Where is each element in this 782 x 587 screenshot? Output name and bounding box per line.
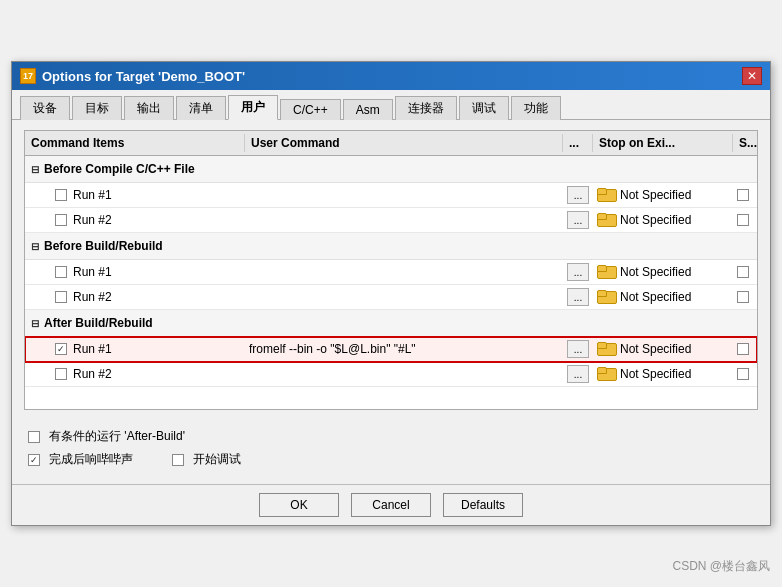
row-before-compile-run1-label: Run #1: [25, 184, 245, 206]
tab-qingdan[interactable]: 清单: [176, 96, 226, 120]
before-build-run1-checkbox[interactable]: [55, 266, 67, 278]
col-ellipsis: ...: [563, 134, 593, 152]
ok-button[interactable]: OK: [259, 493, 339, 517]
folder-icon: [597, 265, 615, 279]
after-build-run1-notspecified: Not Specified: [593, 338, 733, 360]
table-row: Run #2 ... Not Specified: [25, 285, 757, 310]
after-build-run1-checkbox[interactable]: [55, 343, 67, 355]
debug-label: 开始调试: [193, 451, 241, 468]
before-build-run2-command[interactable]: [245, 286, 563, 308]
collapse-icon: ⊟: [31, 318, 39, 329]
after-build-run1-command[interactable]: fromelf --bin -o "$L@L.bin" "#L": [245, 338, 563, 360]
before-compile-run2-ellipsis: ...: [563, 209, 593, 231]
before-build-run1-ellipsis: ...: [563, 261, 593, 283]
bottom-options: 有条件的运行 'After-Build' 完成后响哔哔声 开始调试: [24, 422, 758, 474]
after-build-run2-command[interactable]: [245, 363, 563, 385]
table-header: Command Items User Command ... Stop on E…: [25, 131, 757, 156]
cancel-button[interactable]: Cancel: [351, 493, 431, 517]
before-compile-run2-checkbox[interactable]: [55, 214, 67, 226]
tab-shebei[interactable]: 设备: [20, 96, 70, 120]
col-user-command: User Command: [245, 134, 563, 152]
after-build-run2-s-checkbox[interactable]: [737, 368, 749, 380]
folder-icon: [597, 367, 615, 381]
before-compile-run1-notspecified: Not Specified: [593, 184, 733, 206]
before-compile-run2-command[interactable]: [245, 209, 563, 231]
tab-tiaoshi[interactable]: 调试: [459, 96, 509, 120]
before-compile-run1-ellipsis: ...: [563, 184, 593, 206]
after-build-run1-s-checkbox[interactable]: [737, 343, 749, 355]
conditional-run-row: 有条件的运行 'After-Build': [28, 428, 754, 445]
before-build-run1-s-checkbox[interactable]: [737, 266, 749, 278]
collapse-icon: ⊟: [31, 241, 39, 252]
section-before-compile-label: ⊟ Before Compile C/C++ File: [25, 158, 245, 180]
tab-yonghu[interactable]: 用户: [228, 95, 278, 120]
row-before-build-run1-label: Run #1: [25, 261, 245, 283]
col-command-items: Command Items: [25, 134, 245, 152]
title-bar-left: 17 Options for Target 'Demo_BOOT': [20, 68, 245, 84]
table-row: Run #2 ... Not Specified: [25, 208, 757, 233]
tabs-bar: 设备 目标 输出 清单 用户 C/C++ Asm 连接器 调试 功能: [12, 90, 770, 120]
tab-cpp[interactable]: C/C++: [280, 99, 341, 120]
after-build-run2-checkbox[interactable]: [55, 368, 67, 380]
before-build-run1-notspecified: Not Specified: [593, 261, 733, 283]
folder-icon: [597, 290, 615, 304]
row-before-build-run2-label: Run #2: [25, 286, 245, 308]
before-compile-run1-checkbox[interactable]: [55, 189, 67, 201]
section-before-build-label: ⊟ Before Build/Rebuild: [25, 235, 245, 257]
tab-asm[interactable]: Asm: [343, 99, 393, 120]
beep-checkbox[interactable]: [28, 454, 40, 466]
debug-checkbox[interactable]: [172, 454, 184, 466]
tab-mubiao[interactable]: 目标: [72, 96, 122, 120]
folder-icon: [597, 188, 615, 202]
conditional-run-label: 有条件的运行 'After-Build': [49, 428, 185, 445]
beep-label: 完成后响哔哔声: [49, 451, 133, 468]
collapse-icon: ⊟: [31, 164, 39, 175]
tab-content: Command Items User Command ... Stop on E…: [12, 120, 770, 484]
tab-shuchu[interactable]: 输出: [124, 96, 174, 120]
table-row-highlighted: Run #1 fromelf --bin -o "$L@L.bin" "#L" …: [25, 337, 757, 362]
before-build-run2-notspecified: Not Specified: [593, 286, 733, 308]
section-after-build-label: ⊟ After Build/Rebuild: [25, 312, 245, 334]
command-table: Command Items User Command ... Stop on E…: [24, 130, 758, 410]
table-row: Run #1 ... Not Specified: [25, 260, 757, 285]
after-build-run2-notspecified: Not Specified: [593, 363, 733, 385]
section-after-build[interactable]: ⊟ After Build/Rebuild: [25, 310, 757, 337]
table-row: Run #1 ... Not Specified: [25, 183, 757, 208]
tab-gongneng[interactable]: 功能: [511, 96, 561, 120]
before-compile-run2-notspecified: Not Specified: [593, 209, 733, 231]
title-bar: 17 Options for Target 'Demo_BOOT' ✕: [12, 62, 770, 90]
row-after-build-run1-label: Run #1: [25, 338, 245, 360]
before-compile-run1-s-checkbox[interactable]: [737, 189, 749, 201]
col-s: S...: [733, 134, 757, 152]
before-build-run2-s-checkbox[interactable]: [737, 291, 749, 303]
folder-icon: [597, 342, 615, 356]
table-body: ⊟ Before Compile C/C++ File Run #1: [25, 156, 757, 406]
col-stop-on-exit: Stop on Exi...: [593, 134, 733, 152]
beep-debug-row: 完成后响哔哔声 开始调试: [28, 451, 754, 468]
after-build-run1-ellipsis: ...: [563, 338, 593, 360]
tab-lianjieqi[interactable]: 连接器: [395, 96, 457, 120]
row-after-build-run2-label: Run #2: [25, 363, 245, 385]
before-build-run1-command[interactable]: [245, 261, 563, 283]
section-before-build[interactable]: ⊟ Before Build/Rebuild: [25, 233, 757, 260]
dialog-title: Options for Target 'Demo_BOOT': [42, 69, 245, 84]
before-build-run2-checkbox[interactable]: [55, 291, 67, 303]
before-compile-run2-s-checkbox[interactable]: [737, 214, 749, 226]
after-build-run2-ellipsis: ...: [563, 363, 593, 385]
buttons-row: OK Cancel Defaults: [12, 484, 770, 525]
before-compile-run1-command[interactable]: [245, 184, 563, 206]
app-icon: 17: [20, 68, 36, 84]
watermark: CSDN @楼台鑫风: [672, 558, 770, 575]
table-row: Run #2 ... Not Specified: [25, 362, 757, 387]
before-build-run2-ellipsis: ...: [563, 286, 593, 308]
conditional-run-checkbox[interactable]: [28, 431, 40, 443]
defaults-button[interactable]: Defaults: [443, 493, 523, 517]
close-button[interactable]: ✕: [742, 67, 762, 85]
row-before-compile-run2-label: Run #2: [25, 209, 245, 231]
options-dialog: 17 Options for Target 'Demo_BOOT' ✕ 设备 目…: [11, 61, 771, 526]
folder-icon: [597, 213, 615, 227]
section-before-compile[interactable]: ⊟ Before Compile C/C++ File: [25, 156, 757, 183]
